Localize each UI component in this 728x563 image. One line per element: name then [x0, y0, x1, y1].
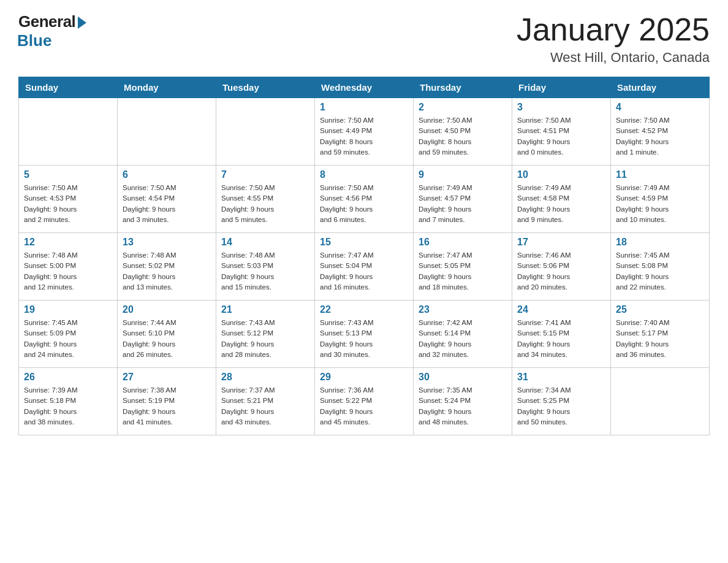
day-info: Sunrise: 7:48 AM Sunset: 5:02 PM Dayligh… [123, 250, 211, 293]
day-info: Sunrise: 7:50 AM Sunset: 4:54 PM Dayligh… [123, 183, 211, 225]
day-number: 12 [24, 237, 112, 248]
weekday-header-row: SundayMondayTuesdayWednesdayThursdayFrid… [19, 77, 710, 98]
calendar-cell: 16Sunrise: 7:47 AM Sunset: 5:05 PM Dayli… [414, 233, 512, 301]
day-number: 29 [320, 372, 408, 383]
calendar-cell: 27Sunrise: 7:38 AM Sunset: 5:19 PM Dayli… [118, 368, 216, 435]
calendar-cell: 28Sunrise: 7:37 AM Sunset: 5:21 PM Dayli… [216, 368, 315, 435]
day-number: 6 [123, 169, 211, 180]
calendar-cell: 24Sunrise: 7:41 AM Sunset: 5:15 PM Dayli… [512, 301, 611, 368]
day-info: Sunrise: 7:45 AM Sunset: 5:08 PM Dayligh… [616, 250, 704, 293]
day-info: Sunrise: 7:50 AM Sunset: 4:50 PM Dayligh… [419, 115, 507, 158]
day-number: 11 [616, 169, 704, 180]
day-number: 5 [24, 169, 112, 180]
day-info: Sunrise: 7:50 AM Sunset: 4:49 PM Dayligh… [320, 115, 408, 158]
calendar-cell [216, 98, 315, 166]
day-number: 16 [419, 237, 507, 248]
day-number: 19 [24, 304, 112, 315]
day-info: Sunrise: 7:40 AM Sunset: 5:17 PM Dayligh… [616, 318, 704, 360]
day-info: Sunrise: 7:50 AM Sunset: 4:56 PM Dayligh… [320, 183, 408, 225]
day-info: Sunrise: 7:48 AM Sunset: 5:00 PM Dayligh… [24, 250, 112, 293]
calendar-week-1: 1Sunrise: 7:50 AM Sunset: 4:49 PM Daylig… [19, 98, 710, 166]
weekday-header-friday: Friday [512, 77, 611, 98]
calendar-cell: 2Sunrise: 7:50 AM Sunset: 4:50 PM Daylig… [414, 98, 512, 166]
weekday-header-saturday: Saturday [611, 77, 710, 98]
calendar-week-3: 12Sunrise: 7:48 AM Sunset: 5:00 PM Dayli… [19, 233, 710, 301]
weekday-header-sunday: Sunday [19, 77, 118, 98]
calendar-cell: 17Sunrise: 7:46 AM Sunset: 5:06 PM Dayli… [512, 233, 611, 301]
calendar-cell: 15Sunrise: 7:47 AM Sunset: 5:04 PM Dayli… [315, 233, 414, 301]
day-info: Sunrise: 7:44 AM Sunset: 5:10 PM Dayligh… [123, 318, 211, 360]
calendar-cell: 8Sunrise: 7:50 AM Sunset: 4:56 PM Daylig… [315, 166, 414, 233]
calendar-cell [118, 98, 216, 166]
day-number: 14 [221, 237, 309, 248]
day-number: 17 [517, 237, 605, 248]
day-info: Sunrise: 7:50 AM Sunset: 4:52 PM Dayligh… [616, 115, 704, 158]
calendar-cell: 22Sunrise: 7:43 AM Sunset: 5:13 PM Dayli… [315, 301, 414, 368]
calendar-table: SundayMondayTuesdayWednesdayThursdayFrid… [18, 77, 710, 435]
calendar-cell: 19Sunrise: 7:45 AM Sunset: 5:09 PM Dayli… [19, 301, 118, 368]
weekday-header-wednesday: Wednesday [315, 77, 414, 98]
calendar-week-2: 5Sunrise: 7:50 AM Sunset: 4:53 PM Daylig… [19, 166, 710, 233]
day-info: Sunrise: 7:41 AM Sunset: 5:15 PM Dayligh… [517, 318, 605, 360]
day-info: Sunrise: 7:39 AM Sunset: 5:18 PM Dayligh… [24, 385, 112, 427]
day-info: Sunrise: 7:38 AM Sunset: 5:19 PM Dayligh… [123, 385, 211, 427]
calendar-cell: 30Sunrise: 7:35 AM Sunset: 5:24 PM Dayli… [414, 368, 512, 435]
weekday-header-monday: Monday [118, 77, 216, 98]
day-number: 27 [123, 372, 211, 383]
title-section: January 2025 West Hill, Ontario, Canada [517, 12, 710, 66]
weekday-header-tuesday: Tuesday [216, 77, 315, 98]
day-number: 13 [123, 237, 211, 248]
day-number: 4 [616, 102, 704, 113]
page-header: General Blue January 2025 West Hill, Ont… [18, 12, 710, 66]
day-number: 28 [221, 372, 309, 383]
day-info: Sunrise: 7:35 AM Sunset: 5:24 PM Dayligh… [419, 385, 507, 427]
logo: General Blue [18, 12, 86, 50]
day-info: Sunrise: 7:47 AM Sunset: 5:04 PM Dayligh… [320, 250, 408, 293]
day-info: Sunrise: 7:49 AM Sunset: 4:58 PM Dayligh… [517, 183, 605, 225]
day-number: 20 [123, 304, 211, 315]
weekday-header-thursday: Thursday [414, 77, 512, 98]
calendar-location: West Hill, Ontario, Canada [517, 50, 710, 66]
day-number: 22 [320, 304, 408, 315]
day-number: 9 [419, 169, 507, 180]
calendar-cell: 26Sunrise: 7:39 AM Sunset: 5:18 PM Dayli… [19, 368, 118, 435]
calendar-cell: 25Sunrise: 7:40 AM Sunset: 5:17 PM Dayli… [611, 301, 710, 368]
calendar-cell: 1Sunrise: 7:50 AM Sunset: 4:49 PM Daylig… [315, 98, 414, 166]
day-number: 15 [320, 237, 408, 248]
day-number: 7 [221, 169, 309, 180]
day-info: Sunrise: 7:37 AM Sunset: 5:21 PM Dayligh… [221, 385, 309, 427]
calendar-cell: 11Sunrise: 7:49 AM Sunset: 4:59 PM Dayli… [611, 166, 710, 233]
calendar-week-4: 19Sunrise: 7:45 AM Sunset: 5:09 PM Dayli… [19, 301, 710, 368]
calendar-cell: 29Sunrise: 7:36 AM Sunset: 5:22 PM Dayli… [315, 368, 414, 435]
day-number: 25 [616, 304, 704, 315]
day-number: 18 [616, 237, 704, 248]
calendar-cell: 31Sunrise: 7:34 AM Sunset: 5:25 PM Dayli… [512, 368, 611, 435]
calendar-cell [19, 98, 118, 166]
calendar-cell [611, 368, 710, 435]
day-number: 3 [517, 102, 605, 113]
calendar-cell: 10Sunrise: 7:49 AM Sunset: 4:58 PM Dayli… [512, 166, 611, 233]
calendar-week-5: 26Sunrise: 7:39 AM Sunset: 5:18 PM Dayli… [19, 368, 710, 435]
day-info: Sunrise: 7:46 AM Sunset: 5:06 PM Dayligh… [517, 250, 605, 293]
day-number: 1 [320, 102, 408, 113]
calendar-cell: 18Sunrise: 7:45 AM Sunset: 5:08 PM Dayli… [611, 233, 710, 301]
logo-general-text: General [18, 12, 75, 31]
calendar-cell: 13Sunrise: 7:48 AM Sunset: 5:02 PM Dayli… [118, 233, 216, 301]
day-number: 21 [221, 304, 309, 315]
calendar-cell: 4Sunrise: 7:50 AM Sunset: 4:52 PM Daylig… [611, 98, 710, 166]
calendar-cell: 14Sunrise: 7:48 AM Sunset: 5:03 PM Dayli… [216, 233, 315, 301]
calendar-cell: 20Sunrise: 7:44 AM Sunset: 5:10 PM Dayli… [118, 301, 216, 368]
calendar-cell: 23Sunrise: 7:42 AM Sunset: 5:14 PM Dayli… [414, 301, 512, 368]
logo-arrow-icon [78, 17, 86, 29]
calendar-cell: 6Sunrise: 7:50 AM Sunset: 4:54 PM Daylig… [118, 166, 216, 233]
day-number: 10 [517, 169, 605, 180]
day-number: 8 [320, 169, 408, 180]
calendar-cell: 7Sunrise: 7:50 AM Sunset: 4:55 PM Daylig… [216, 166, 315, 233]
day-info: Sunrise: 7:49 AM Sunset: 4:57 PM Dayligh… [419, 183, 507, 225]
day-info: Sunrise: 7:42 AM Sunset: 5:14 PM Dayligh… [419, 318, 507, 360]
day-info: Sunrise: 7:48 AM Sunset: 5:03 PM Dayligh… [221, 250, 309, 293]
day-info: Sunrise: 7:47 AM Sunset: 5:05 PM Dayligh… [419, 250, 507, 293]
day-info: Sunrise: 7:34 AM Sunset: 5:25 PM Dayligh… [517, 385, 605, 427]
day-number: 26 [24, 372, 112, 383]
calendar-title: January 2025 [517, 12, 710, 47]
